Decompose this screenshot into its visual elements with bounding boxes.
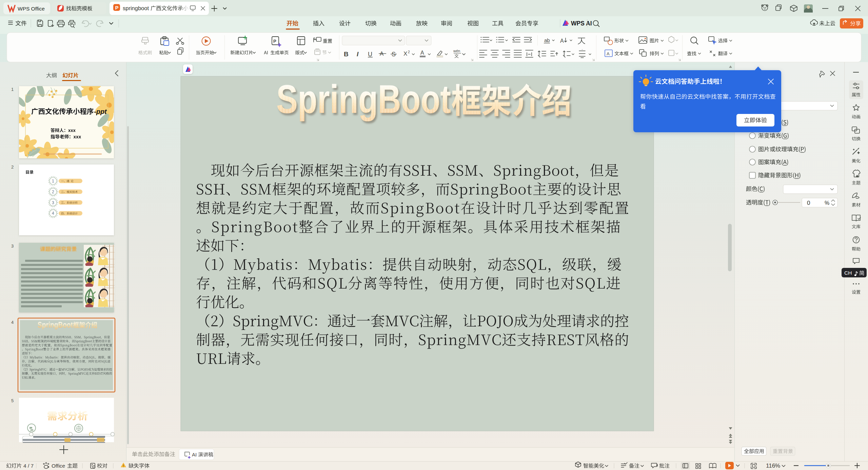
svg-text:AI: AI <box>192 452 197 457</box>
svg-text:U: U <box>368 51 372 58</box>
svg-text:CH: CH <box>844 270 852 276</box>
svg-text:3: 3 <box>11 243 14 249</box>
svg-text:I: I <box>357 51 359 58</box>
svg-text:WPS Office: WPS Office <box>18 6 45 12</box>
svg-text:2: 2 <box>11 164 14 170</box>
svg-text:-ppt: -ppt <box>94 108 107 115</box>
svg-text:1: 1 <box>11 87 14 92</box>
svg-text:A: A <box>420 50 424 56</box>
svg-text:3: 3 <box>52 200 54 205</box>
svg-text:4: 4 <box>52 211 54 216</box>
svg-text:A: A <box>560 38 564 44</box>
svg-text:Office: Office <box>52 463 65 469</box>
svg-text:0: 0 <box>807 200 810 206</box>
svg-text:wén: wén <box>453 49 460 53</box>
svg-text:springboot: springboot <box>123 5 149 11</box>
svg-text:4: 4 <box>11 320 14 325</box>
svg-text:B: B <box>344 51 349 58</box>
svg-text:5: 5 <box>11 398 14 403</box>
svg-text:2: 2 <box>52 190 54 194</box>
svg-text:ab: ab <box>544 37 550 43</box>
svg-text:P: P <box>115 5 119 11</box>
svg-text:P: P <box>273 39 276 44</box>
svg-text:116%: 116% <box>766 463 780 469</box>
svg-text:1: 1 <box>52 179 54 183</box>
svg-text:WPS AI: WPS AI <box>571 20 592 27</box>
svg-text:A: A <box>607 51 610 56</box>
svg-text:X: X <box>403 51 407 57</box>
svg-text:4 / 7: 4 / 7 <box>23 463 34 469</box>
svg-text:%: % <box>825 200 829 206</box>
svg-text:2: 2 <box>408 50 410 54</box>
